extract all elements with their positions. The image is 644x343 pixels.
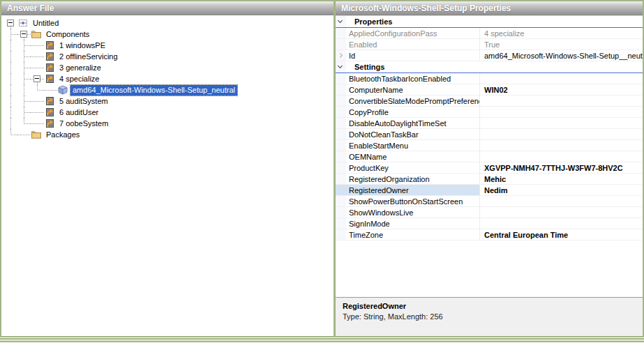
- prop-label[interactable]: OEMName: [346, 151, 480, 162]
- prop-row-showwindowslive[interactable]: ShowWindowsLive: [336, 207, 643, 218]
- prop-row-copyprofile[interactable]: CopyProfile: [336, 107, 643, 118]
- tree-item-auditsystem[interactable]: 5 auditSystem: [1, 96, 334, 107]
- prop-row-registeredorganization[interactable]: RegisteredOrganization Mehic: [336, 174, 643, 185]
- prop-row-productkey[interactable]: ProductKey XGVPP-NMH47-7TTHJ-W3FW7-8HV2C: [336, 162, 643, 174]
- prop-row-enabled[interactable]: Enabled True: [336, 39, 643, 50]
- prop-row-donotcleantaskbar[interactable]: DoNotCleanTaskBar: [336, 129, 643, 140]
- tree-item-specialize[interactable]: 4 specialize: [1, 73, 334, 84]
- prop-value[interactable]: Central European Time: [480, 229, 643, 240]
- config-pass-icon: [44, 96, 55, 107]
- prop-row-showpowerbuttononstartscreen[interactable]: ShowPowerButtonOnStartScreen: [336, 196, 643, 207]
- prop-label[interactable]: AppliedConfigurationPass: [346, 28, 480, 38]
- section-settings[interactable]: Settings: [336, 61, 643, 73]
- prop-value[interactable]: [480, 118, 643, 128]
- collapse-icon[interactable]: [20, 31, 27, 38]
- properties-panel: Microsoft-Windows-Shell-Setup Properties…: [336, 1, 643, 336]
- tree-item-label[interactable]: 5 auditSystem: [57, 96, 110, 107]
- section-title: Settings: [346, 63, 384, 71]
- prop-label[interactable]: TimeZone: [346, 229, 480, 240]
- prop-row-computername[interactable]: ComputerName WIN02: [336, 84, 643, 96]
- tree-item-components[interactable]: Components: [1, 29, 334, 40]
- prop-label[interactable]: DoNotCleanTaskBar: [346, 129, 480, 139]
- answer-file-panel: Answer File Untitled Components: [1, 1, 334, 336]
- prop-row-oemname[interactable]: OEMName: [336, 151, 643, 162]
- prop-label[interactable]: SignInMode: [346, 218, 480, 229]
- prop-row-convertibleslatemodepromptpreference[interactable]: ConvertibleSlateModePromptPreference: [336, 96, 643, 107]
- prop-row-enablestartmenu[interactable]: EnableStartMenu: [336, 140, 643, 151]
- window-bottom-border: [0, 337, 644, 343]
- prop-label[interactable]: ShowPowerButtonOnStartScreen: [346, 196, 480, 206]
- prop-label[interactable]: RegisteredOrganization: [346, 174, 480, 184]
- prop-value[interactable]: XGVPP-NMH47-7TTHJ-W3FW7-8HV2C: [480, 162, 643, 173]
- tree-item-shell-setup-component[interactable]: amd64_Microsoft-Windows-Shell-Setup_neut…: [1, 84, 334, 96]
- tree-item-label[interactable]: amd64_Microsoft-Windows-Shell-Setup_neut…: [70, 85, 237, 96]
- prop-value[interactable]: WIN02: [480, 84, 643, 95]
- tree-item-offlineservicing[interactable]: 2 offlineServicing: [1, 51, 334, 62]
- tree-item-label[interactable]: 3 generalize: [57, 63, 103, 73]
- property-grid[interactable]: Properties AppliedConfigurationPass 4 sp…: [336, 15, 643, 297]
- prop-value: True: [480, 39, 643, 49]
- prop-value[interactable]: [480, 73, 643, 84]
- tree-item-windowspe[interactable]: 1 windowsPE: [1, 40, 334, 51]
- wsim-window: Answer File Untitled Components: [0, 0, 644, 343]
- prop-row-timezone[interactable]: TimeZone Central European Time: [336, 229, 643, 241]
- description-property-name: RegisteredOwner: [343, 302, 636, 310]
- prop-label[interactable]: ShowWindowsLive: [346, 207, 480, 218]
- prop-row-appliedconfigurationpass[interactable]: AppliedConfigurationPass 4 specialize: [336, 28, 643, 39]
- prop-row-disableautodaylighttimeset[interactable]: DisableAutoDaylightTimeSet: [336, 118, 643, 129]
- tree-item-untitled[interactable]: Untitled: [1, 17, 334, 29]
- section-title: Properties: [346, 17, 392, 26]
- prop-row-signinmode[interactable]: SignInMode: [336, 218, 643, 229]
- prop-label[interactable]: CopyProfile: [346, 107, 480, 117]
- prop-row-id[interactable]: Id amd64_Microsoft-Windows-Shell-Setup__…: [336, 50, 643, 61]
- tree-item-label[interactable]: Components: [44, 29, 91, 40]
- tree-item-label[interactable]: 6 auditUser: [57, 107, 100, 118]
- tree-item-label[interactable]: 2 offlineServicing: [57, 52, 120, 62]
- prop-label[interactable]: EnableStartMenu: [346, 140, 480, 151]
- tree-item-label[interactable]: Packages: [44, 130, 82, 140]
- properties-header: Microsoft-Windows-Shell-Setup Properties: [336, 1, 643, 15]
- tree-item-oobesystem[interactable]: 7 oobeSystem: [1, 118, 334, 129]
- description-property-type: Type: String, MaxLength: 256: [343, 312, 636, 321]
- prop-value[interactable]: Mehic: [480, 174, 643, 184]
- prop-value[interactable]: Nedim: [480, 185, 643, 195]
- prop-label[interactable]: Enabled: [346, 39, 480, 49]
- prop-value[interactable]: [480, 140, 643, 151]
- prop-label[interactable]: ConvertibleSlateModePromptPreference: [346, 96, 480, 106]
- prop-value: amd64_Microsoft-Windows-Shell-Setup__neu…: [480, 50, 643, 61]
- prop-value[interactable]: [480, 107, 643, 117]
- prop-label[interactable]: ProductKey: [346, 162, 480, 173]
- prop-value: 4 specialize: [480, 28, 643, 38]
- section-properties[interactable]: Properties: [336, 16, 643, 28]
- tree-item-packages[interactable]: Packages: [1, 129, 334, 140]
- folder-icon: [31, 129, 42, 140]
- chevron-down-icon[interactable]: [338, 63, 343, 68]
- tree-item-label[interactable]: 7 oobeSystem: [57, 119, 110, 129]
- prop-label[interactable]: DisableAutoDaylightTimeSet: [346, 118, 480, 128]
- prop-value[interactable]: [480, 218, 643, 229]
- prop-value[interactable]: [480, 207, 643, 218]
- prop-row-registeredowner[interactable]: RegisteredOwner Nedim: [336, 185, 643, 196]
- prop-value[interactable]: [480, 151, 643, 162]
- tree-item-label[interactable]: 1 windowsPE: [57, 40, 107, 51]
- prop-row-bluetoothtaskbariconenabled[interactable]: BluetoothTaskbarIconEnabled: [336, 73, 643, 84]
- prop-label[interactable]: RegisteredOwner: [346, 185, 480, 195]
- prop-value[interactable]: [480, 129, 643, 139]
- config-pass-icon: [44, 40, 55, 51]
- prop-value[interactable]: [480, 96, 643, 106]
- config-pass-icon: [44, 62, 55, 73]
- tree-item-audituser[interactable]: 6 auditUser: [1, 107, 334, 118]
- collapse-icon[interactable]: [33, 75, 40, 82]
- collapse-icon[interactable]: [7, 20, 14, 26]
- tree-item-label[interactable]: 4 specialize: [57, 74, 101, 84]
- prop-label[interactable]: BluetoothTaskbarIconEnabled: [346, 73, 480, 84]
- prop-label[interactable]: Id: [346, 50, 480, 61]
- chevron-down-icon[interactable]: [338, 18, 343, 23]
- prop-value[interactable]: [480, 196, 643, 206]
- prop-label[interactable]: ComputerName: [346, 84, 480, 95]
- chevron-right-icon[interactable]: [338, 53, 343, 58]
- tree-item-generalize[interactable]: 3 generalize: [1, 62, 334, 73]
- tree-item-label[interactable]: Untitled: [31, 18, 61, 29]
- answer-file-icon: [17, 17, 29, 29]
- answer-file-tree[interactable]: Untitled Components: [1, 15, 334, 336]
